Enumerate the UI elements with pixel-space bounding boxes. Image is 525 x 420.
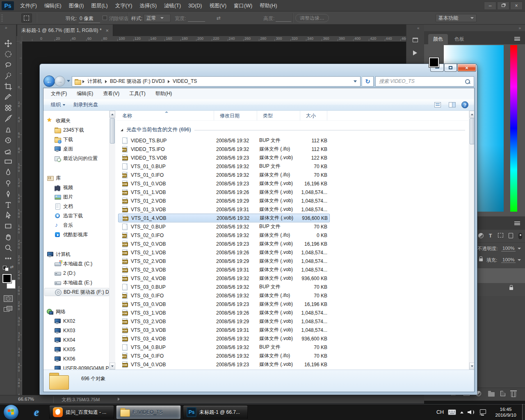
file-row[interactable]: VTS_01_3.VOB2008/5/6 19:31媒体文件 (.vob)1,0… — [118, 205, 330, 214]
scroll-down-button[interactable] — [110, 363, 115, 370]
sidebar-item[interactable]: 本地磁盘 (C:) — [54, 260, 109, 268]
file-row[interactable]: VTS_01_0.BUP2008/5/6 19:32BUP 文件70 KB — [118, 162, 330, 171]
ps-menu-item[interactable]: 文件(F) — [16, 0, 41, 11]
file-row[interactable]: VTS_02_4.VOB2008/5/6 19:32媒体文件 (.vob)936… — [118, 274, 330, 283]
recent-pages-dropdown-icon[interactable] — [67, 80, 70, 82]
sidebar-item[interactable]: 迅雷下载 — [54, 212, 109, 220]
history-panel-icon[interactable] — [410, 34, 420, 45]
language-indicator[interactable]: CH — [436, 409, 444, 415]
sidebar-section-computer[interactable]: 计算机 — [47, 250, 108, 258]
fill-value[interactable]: 100% — [501, 257, 516, 263]
blur-tool-icon[interactable] — [4, 168, 12, 176]
scrollbar-thumb[interactable] — [110, 118, 115, 144]
zoom-level[interactable]: 66.67% — [18, 397, 34, 402]
refresh-button[interactable]: ↻ — [362, 76, 374, 87]
document-tab[interactable]: 未标题-1 @ 66.7% (图层 1, RGB/8) * × — [17, 25, 113, 36]
filter-toggle[interactable] — [518, 233, 522, 239]
keyboard-icon[interactable] — [448, 409, 456, 415]
sidebar-item[interactable]: 图片 — [54, 193, 109, 201]
sidebar-item[interactable]: ↓下载 — [54, 135, 109, 144]
workspace-dropdown[interactable]: 基本功能 — [436, 14, 477, 22]
tab-color[interactable]: 颜色 — [428, 34, 448, 44]
sidebar-item[interactable]: 本地磁盘 (E:) — [54, 278, 109, 287]
tab-swatches[interactable]: 色板 — [450, 34, 469, 44]
scroll-up-button[interactable] — [110, 111, 115, 118]
file-row[interactable]: VTS_03_4.VOB2008/5/6 19:32媒体文件 (.vob)936… — [118, 334, 330, 343]
ps-menu-item[interactable]: 编辑(E) — [41, 0, 65, 11]
more-tool-icon[interactable] — [4, 254, 12, 262]
marquee-tool-preset[interactable] — [21, 14, 32, 23]
file-row[interactable]: VTS_01_0.IFO2008/5/6 19:32媒体文件 (.ifo)70 … — [118, 171, 330, 179]
ps-menu-item[interactable]: 窗口(W) — [230, 0, 256, 11]
hue-ramp[interactable] — [510, 45, 517, 212]
eyedropper-tool-icon[interactable] — [4, 93, 12, 101]
list-scrollbar[interactable] — [469, 111, 474, 370]
history-brush-tool-icon[interactable] — [4, 136, 12, 144]
foreground-color-swatch[interactable] — [2, 274, 11, 283]
path-select-tool-icon[interactable] — [4, 211, 12, 219]
file-row[interactable]: VIDEO_TS.BUP2008/5/6 19:32BUP 文件112 KB — [118, 136, 330, 145]
file-row[interactable]: VTS_04_0.VOB2008/5/6 19:23媒体文件 (.vob)16,… — [118, 360, 330, 369]
breadcrumb[interactable]: 计算机BD-RE 驱动器 (F:) DVD3VIDEO_TS — [72, 76, 361, 87]
type-tool-icon[interactable] — [4, 201, 12, 209]
file-row[interactable]: VTS_02_0.IFO2008/5/6 19:32媒体文件 (.ifo)0 K… — [118, 231, 330, 240]
sidebar-item[interactable]: 文档 — [54, 202, 109, 210]
sidebar-item[interactable]: KX02 — [54, 317, 109, 325]
refine-edge-button[interactable]: 调整边缘… — [295, 14, 329, 22]
foreground-color-swatch[interactable] — [429, 57, 439, 67]
show-hidden-icons[interactable] — [460, 411, 463, 413]
explorer-menu-item[interactable]: 查看(V) — [99, 90, 123, 97]
explorer-menu-item[interactable]: 帮助(H) — [151, 90, 176, 97]
sidebar-item[interactable]: 桌面 — [54, 145, 109, 153]
ps-close-button[interactable]: × — [510, 2, 523, 10]
new-layer-icon[interactable] — [500, 391, 505, 396]
tab-close-icon[interactable]: × — [106, 27, 109, 34]
file-row[interactable]: VIDEO_TS.IFO2008/5/6 19:32媒体文件 (.ifo)112… — [118, 145, 330, 153]
taskbar-button[interactable]: F:\VIDEO_TS — [116, 405, 181, 419]
lock-icon[interactable] — [479, 258, 483, 261]
file-row[interactable]: VTS_02_3.VOB2008/5/6 19:31媒体文件 (.vob)1,0… — [118, 265, 330, 274]
sidebar-section-library[interactable]: 库 — [47, 174, 108, 182]
zoom-tool-icon[interactable] — [4, 244, 12, 252]
explorer-menu-item[interactable]: 编辑(E) — [73, 90, 97, 97]
group-header[interactable]: 光盘中当前包含的文件 (696) — [121, 126, 465, 133]
healing-brush-tool-icon[interactable] — [4, 104, 12, 112]
hand-tool-icon[interactable] — [4, 233, 12, 241]
file-row[interactable]: VTS_03_1.VOB2008/5/6 19:26媒体文件 (.vob)1,0… — [118, 308, 330, 317]
chevron-down-icon[interactable] — [518, 248, 521, 249]
breadcrumb-item[interactable]: 计算机 — [84, 77, 105, 86]
scroll-down-button[interactable] — [469, 363, 474, 370]
file-row[interactable]: VTS_03_2.VOB2008/5/6 19:29媒体文件 (.vob)1,0… — [118, 317, 330, 326]
eraser-tool-icon[interactable] — [4, 147, 12, 155]
sidebar-item[interactable]: 视频 — [54, 183, 109, 192]
ps-menu-item[interactable]: 3D(D) — [185, 0, 205, 11]
ps-restore-button[interactable] — [497, 2, 509, 10]
forward-button[interactable]: → — [55, 76, 65, 87]
opacity-value[interactable]: 100% — [501, 246, 516, 251]
sidebar-scrollbar[interactable] — [109, 111, 115, 370]
sidebar-item[interactable]: KX04 — [54, 336, 109, 344]
shape-tool-icon[interactable] — [4, 222, 12, 230]
sidebar-section-star[interactable]: 收藏夹 — [47, 116, 108, 125]
collapse-toolbar-icon[interactable]: » — [5, 25, 7, 30]
status-flyout-icon[interactable] — [118, 397, 120, 401]
address-dropdown-icon[interactable] — [354, 80, 357, 82]
chevron-down-icon[interactable] — [518, 259, 521, 261]
file-row[interactable]: VTS_02_0.VOB2008/5/6 19:23媒体文件 (.vob)16,… — [118, 240, 330, 248]
panel-menu-icon[interactable] — [514, 37, 520, 41]
column-header-date[interactable]: 修改日期 — [214, 111, 257, 121]
sidebar-item[interactable]: KX03 — [54, 326, 109, 335]
scrollbar-thumb[interactable] — [470, 118, 474, 144]
volume-icon[interactable] — [468, 409, 475, 415]
file-row[interactable]: VTS_04_0.BUP2008/5/6 19:32BUP 文件70 KB — [118, 343, 330, 352]
search-box[interactable]: 搜索 VIDEO_TS — [375, 76, 474, 87]
marquee-tool-icon[interactable] — [4, 50, 12, 58]
ps-menu-item[interactable]: 图层(L) — [87, 0, 111, 11]
burn-to-disc-button[interactable]: 刻录到光盘 — [69, 100, 102, 110]
ps-menu-item[interactable]: 视图(V) — [205, 0, 230, 11]
swap-dimensions-icon[interactable]: ⇄ — [217, 15, 221, 21]
style-dropdown[interactable]: 正常 — [144, 14, 171, 22]
crop-tool-icon[interactable] — [4, 82, 12, 91]
new-group-icon[interactable] — [488, 392, 495, 397]
gradient-tool-icon[interactable] — [4, 158, 12, 166]
